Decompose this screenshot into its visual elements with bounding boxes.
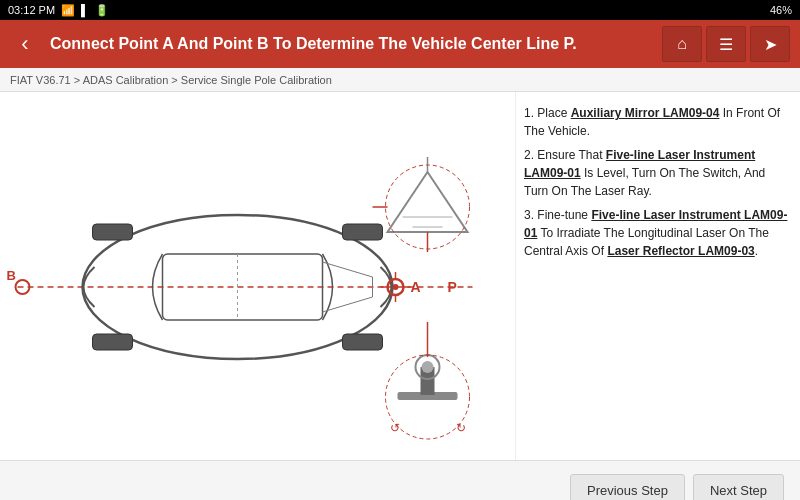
instructions-panel: 1. Place Auxiliary Mirror LAM09-04 In Fr… bbox=[515, 92, 800, 460]
diagram-area: B bbox=[0, 92, 515, 460]
back-button[interactable]: ‹ bbox=[10, 31, 40, 57]
header: ‹ Connect Point A And Point B To Determi… bbox=[0, 20, 800, 68]
battery-status-icon: 🔋 bbox=[95, 4, 109, 17]
svg-point-25 bbox=[422, 361, 434, 373]
svg-rect-5 bbox=[343, 334, 383, 350]
instruction-step3: 3. Fine-tune Five-line Laser Instrument … bbox=[524, 206, 788, 260]
svg-marker-15 bbox=[388, 172, 468, 232]
svg-rect-6 bbox=[93, 224, 133, 240]
wifi-icon: 📶 bbox=[61, 4, 75, 17]
instruction-step1: 1. Place Auxiliary Mirror LAM09-04 In Fr… bbox=[524, 104, 788, 140]
auxiliary-mirror-link: Auxiliary Mirror LAM09-04 bbox=[571, 106, 720, 120]
car-diagram-svg: B bbox=[0, 92, 515, 460]
breadcrumb: FIAT V36.71 > ADAS Calibration > Service… bbox=[0, 68, 800, 92]
status-bar: 03:12 PM 📶 ▌ 🔋 46% bbox=[0, 0, 800, 20]
laser-reflector-link: Laser Reflector LAM09-03 bbox=[607, 244, 754, 258]
breadcrumb-text: FIAT V36.71 > ADAS Calibration > Service… bbox=[10, 74, 332, 86]
svg-text:↻: ↻ bbox=[456, 421, 466, 435]
svg-rect-7 bbox=[93, 334, 133, 350]
point-p-label: P bbox=[448, 279, 457, 295]
instruction-step2: 2. Ensure That Five-line Laser Instrumen… bbox=[524, 146, 788, 200]
header-nav-buttons: ⌂ ☰ ➤ bbox=[662, 26, 790, 62]
next-step-button[interactable]: Next Step bbox=[693, 474, 784, 500]
svg-text:↺: ↺ bbox=[390, 421, 400, 435]
time-display: 03:12 PM bbox=[8, 4, 55, 16]
export-button[interactable]: ➤ bbox=[750, 26, 790, 62]
main-content: B bbox=[0, 92, 800, 460]
footer: Previous Step Next Step bbox=[0, 460, 800, 500]
svg-rect-4 bbox=[343, 224, 383, 240]
point-a-label: A bbox=[411, 279, 421, 295]
svg-point-10 bbox=[393, 284, 399, 290]
adas-button[interactable]: ☰ bbox=[706, 26, 746, 62]
home-button[interactable]: ⌂ bbox=[662, 26, 702, 62]
previous-step-button[interactable]: Previous Step bbox=[570, 474, 685, 500]
point-b-label: B bbox=[7, 268, 16, 283]
page-title: Connect Point A And Point B To Determine… bbox=[50, 35, 652, 53]
battery-percent: 46% bbox=[770, 4, 792, 16]
signal-icon: ▌ bbox=[81, 4, 89, 16]
